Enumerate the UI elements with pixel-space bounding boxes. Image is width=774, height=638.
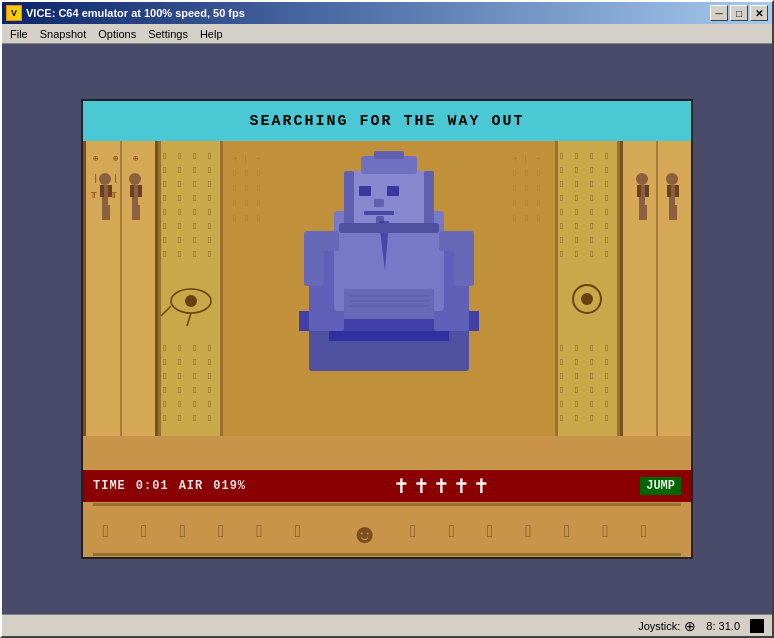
svg-text:𓋹: 𓋹 (602, 522, 608, 541)
svg-text:𓏏: 𓏏 (163, 221, 166, 231)
svg-text:𓁹: 𓁹 (575, 357, 578, 367)
window-controls: ─ □ ✕ (710, 5, 768, 21)
bottom-border: 𓋹 𓋹 𓋹 𓋹 𓋹 𓋹 ☻ 𓋹 𓋹 𓋹 𓋹 𓋹 (83, 502, 691, 557)
svg-text:𓈖: 𓈖 (590, 413, 593, 423)
jump-label: JUMP (640, 477, 681, 495)
svg-text:𓋴: 𓋴 (163, 385, 166, 395)
svg-text:𓋴: 𓋴 (590, 249, 593, 259)
menu-settings[interactable]: Settings (142, 24, 194, 43)
svg-text:𓏏: 𓏏 (257, 199, 260, 208)
svg-rect-24 (83, 141, 86, 436)
svg-rect-187 (673, 205, 677, 220)
svg-text:╥: ╥ (90, 188, 97, 199)
svg-text:𓄿: 𓄿 (525, 184, 528, 193)
svg-text:𓅱: 𓅱 (233, 214, 236, 223)
svg-text:𓋴: 𓋴 (560, 385, 563, 395)
svg-text:𓋹: 𓋹 (410, 522, 416, 541)
svg-rect-178 (637, 185, 641, 197)
svg-text:𓅓: 𓅓 (560, 235, 563, 245)
menu-snapshot[interactable]: Snapshot (34, 24, 92, 43)
svg-rect-214 (339, 223, 439, 233)
maximize-button[interactable]: □ (730, 5, 748, 21)
svg-text:𓁹: 𓁹 (537, 214, 540, 223)
svg-text:𓈖: 𓈖 (590, 207, 593, 217)
svg-text:𓅓: 𓅓 (525, 169, 528, 178)
svg-text:𓈖: 𓈖 (178, 249, 181, 259)
svg-point-176 (636, 173, 648, 185)
svg-rect-180 (639, 205, 643, 220)
svg-rect-174 (620, 141, 623, 436)
svg-rect-114 (617, 141, 620, 436)
close-button[interactable]: ✕ (750, 5, 768, 21)
svg-text:𓃭: 𓃭 (208, 357, 211, 367)
svg-text:𓆣: 𓆣 (208, 399, 211, 409)
svg-text:+: + (513, 154, 518, 163)
svg-text:𓋴: 𓋴 (525, 199, 528, 208)
svg-text:𓈖: 𓈖 (163, 343, 166, 353)
svg-text:𓋹: 𓋹 (256, 522, 262, 541)
svg-text:|: | (245, 154, 247, 163)
svg-text:𓏏: 𓏏 (178, 385, 181, 395)
svg-text:⊕: ⊕ (113, 153, 118, 163)
svg-text:𓋹: 𓋹 (448, 522, 454, 541)
svg-text:𓆣: 𓆣 (193, 235, 196, 245)
svg-text:𓇌: 𓇌 (178, 207, 181, 217)
svg-rect-41 (106, 205, 110, 220)
svg-text:-: - (257, 154, 260, 163)
menu-help[interactable]: Help (194, 24, 229, 43)
svg-text:𓆣: 𓆣 (178, 151, 181, 161)
svg-point-36 (99, 173, 111, 185)
svg-rect-50 (220, 141, 223, 436)
svg-text:☻: ☻ (350, 519, 378, 549)
svg-text:𓆣: 𓆣 (163, 371, 166, 381)
menu-options[interactable]: Options (92, 24, 142, 43)
svg-text:𓅱: 𓅱 (208, 343, 211, 353)
color-indicator (750, 619, 764, 633)
svg-text:𓁹: 𓁹 (560, 399, 563, 409)
game-hud: TIME 0:01 AIR 019% ✝✝✝✝✝ JUMP (83, 470, 691, 502)
svg-text:𓁹: 𓁹 (560, 193, 563, 203)
svg-text:𓁹: 𓁹 (233, 169, 236, 178)
menu-file[interactable]: File (4, 24, 34, 43)
svg-text:𓅓: 𓅓 (178, 399, 181, 409)
svg-rect-209 (344, 289, 434, 319)
minimize-button[interactable]: ─ (710, 5, 728, 21)
svg-text:𓃭: 𓃭 (575, 235, 578, 245)
svg-text:𓃭: 𓃭 (537, 169, 540, 178)
svg-text:𓄿: 𓄿 (560, 207, 563, 217)
svg-text:𓇌: 𓇌 (163, 249, 166, 259)
content-area: ⌖ 𓂀 ⌖ 𓂀 ⌖ ⌗ ⌗ ⌗ ⌗ ⌗ ⌗ ⌗ ⌗ ⌗ ⌖ (2, 44, 772, 614)
svg-text:𓅱: 𓅱 (178, 221, 181, 231)
svg-text:𓋹: 𓋹 (141, 522, 147, 541)
svg-text:𓈖: 𓈖 (233, 199, 236, 208)
game-screen: ⌖ 𓂀 ⌖ 𓂀 ⌖ ⌗ ⌗ ⌗ ⌗ ⌗ ⌗ ⌗ ⌗ ⌗ ⌖ (81, 99, 693, 559)
svg-text:𓆣: 𓆣 (575, 151, 578, 161)
svg-text:𓆣: 𓆣 (208, 193, 211, 203)
svg-text:𓋴: 𓋴 (575, 343, 578, 353)
svg-text:-: - (537, 154, 540, 163)
svg-text:𓁹: 𓁹 (513, 169, 516, 178)
svg-text:𓇌: 𓇌 (575, 207, 578, 217)
svg-text:𓂀: 𓂀 (605, 179, 608, 189)
svg-text:𓃭: 𓃭 (178, 235, 181, 245)
svg-text:𓂀: 𓂀 (560, 357, 563, 367)
svg-text:𓆣: 𓆣 (513, 184, 516, 193)
svg-text:𓅓: 𓅓 (245, 169, 248, 178)
svg-text:𓈖: 𓈖 (605, 165, 608, 175)
svg-text:𓋹: 𓋹 (179, 522, 185, 541)
svg-text:𓃭: 𓃭 (590, 193, 593, 203)
svg-text:𓇌: 𓇌 (590, 165, 593, 175)
svg-text:𓋴: 𓋴 (208, 413, 211, 423)
window-title: VICE: C64 emulator at 100% speed, 50 fps (26, 7, 245, 19)
svg-rect-186 (669, 205, 673, 220)
svg-rect-201 (424, 171, 434, 226)
svg-text:𓅱: 𓅱 (575, 221, 578, 231)
svg-text:𓋴: 𓋴 (245, 199, 248, 208)
svg-rect-200 (344, 171, 354, 226)
svg-text:𓅓: 𓅓 (590, 357, 593, 367)
svg-text:|: | (93, 173, 98, 183)
svg-text:𓅱: 𓅱 (605, 343, 608, 353)
svg-text:𓏏: 𓏏 (178, 179, 181, 189)
svg-rect-49 (158, 141, 161, 436)
svg-text:𓋹: 𓋹 (295, 522, 301, 541)
